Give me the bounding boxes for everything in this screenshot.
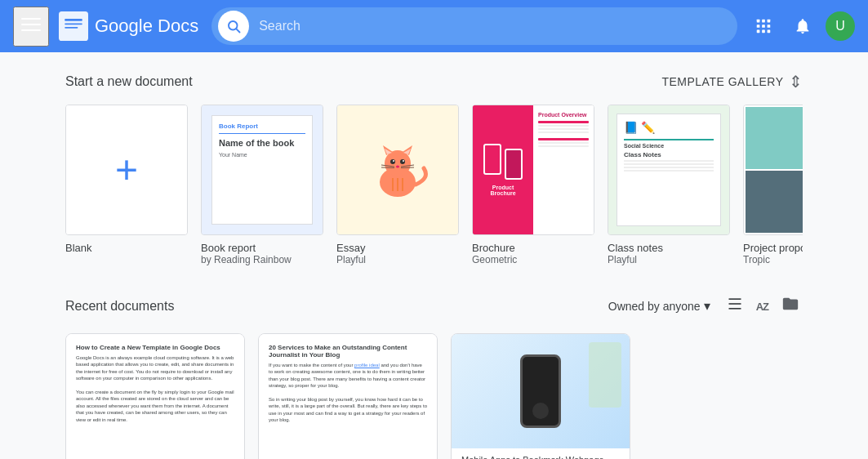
template-label-brochure: Brochure: [472, 242, 594, 254]
doc-preview-0: How to Create a New Template in Google D…: [66, 334, 244, 448]
template-card-book-report[interactable]: Book Report Name of the book Your Name B…: [201, 105, 323, 265]
apps-button[interactable]: [747, 10, 780, 42]
expand-icon: ⇕: [789, 72, 803, 91]
svg-rect-14: [768, 25, 771, 28]
template-thumbnail-essay: [336, 105, 459, 235]
svg-point-25: [400, 159, 405, 164]
plus-icon: +: [115, 150, 138, 189]
menu-button[interactable]: [13, 7, 49, 47]
svg-point-24: [390, 159, 395, 164]
svg-rect-3: [59, 11, 88, 41]
sort-button[interactable]: AZ: [753, 292, 772, 320]
svg-rect-9: [757, 20, 760, 23]
svg-rect-5: [65, 23, 82, 25]
svg-rect-2: [21, 29, 41, 31]
app-header: Google Docs: [0, 0, 868, 52]
doc-preview-1: 20 Services to Make an Outstanding Conte…: [259, 334, 437, 448]
background-person: [589, 342, 621, 408]
svg-rect-10: [762, 20, 765, 23]
search-input[interactable]: [249, 19, 731, 33]
app-logo: Google Docs: [59, 11, 198, 41]
svg-line-8: [237, 29, 240, 32]
notes-pencil-icon: ✏️: [641, 121, 655, 134]
doc-preview-text-0: Google Docs is an always example cloud c…: [76, 354, 234, 423]
template-thumbnail-brochure: Product Brochure Product Overview: [472, 105, 594, 235]
template-sublabel-project-proposal: Tropic: [743, 254, 803, 265]
doc-preview-2: [452, 334, 630, 448]
recent-documents-header: Recent documents Owned by anyone ▾: [65, 292, 803, 320]
template-card-class-notes[interactable]: 📘 ✏️ Social Science Class Notes Class no…: [608, 105, 730, 265]
brochure-inner: Product Brochure Product Overview: [473, 105, 594, 234]
notes-subtitle: Social Science: [624, 143, 714, 149]
svg-point-26: [393, 160, 394, 162]
svg-point-27: [403, 160, 404, 162]
template-sublabel-class-notes: Playful: [608, 254, 730, 265]
proposal-thumb: Project Name: [744, 105, 803, 234]
notes-inner: 📘 ✏️ Social Science Class Notes: [617, 114, 721, 226]
doc-title-2: Mobile Apps to Bookmark Webpage and Read…: [461, 455, 620, 459]
svg-rect-6: [65, 27, 78, 29]
svg-rect-4: [65, 19, 82, 21]
template-card-project-proposal[interactable]: Project Name Project proposal Tropic: [743, 105, 803, 265]
notes-title-line: Class Notes: [624, 151, 714, 158]
proposal-q1: [746, 107, 803, 169]
svg-rect-11: [768, 20, 771, 23]
book-report-thumb: Book Report Name of the book Your Name: [202, 105, 323, 234]
doc-preview-image-2: [452, 334, 630, 448]
template-gallery-label: TEMPLATE GALLERY: [661, 75, 783, 88]
template-card-blank[interactable]: + Blank: [65, 105, 188, 265]
brochure-right: Product Overview: [533, 105, 594, 234]
svg-rect-15: [757, 30, 760, 33]
svg-rect-17: [768, 30, 771, 33]
svg-rect-38: [728, 308, 741, 310]
doc-preview-title-0: How to Create a New Template in Google D…: [76, 344, 234, 351]
templates-section-title: Start a new document: [65, 74, 193, 89]
svg-line-32: [401, 167, 414, 168]
svg-point-28: [396, 166, 399, 168]
notes-book-icon: 📘: [624, 121, 638, 134]
template-label-project-proposal: Project proposal: [743, 242, 803, 254]
owned-by-label: Owned by anyone: [608, 300, 701, 313]
doc-preview-text-1: If you want to make the content of your …: [269, 362, 427, 424]
doc-preview-title-1: 20 Services to Make an Outstanding Conte…: [269, 344, 427, 359]
template-label-blank: Blank: [65, 242, 188, 254]
proposal-q3: [746, 171, 803, 233]
template-sublabel-brochure: Geometric: [472, 254, 594, 265]
recent-controls: Owned by anyone ▾ AZ: [608, 292, 803, 320]
doc-card-1[interactable]: 20 Services to Make an Outstanding Conte…: [258, 333, 438, 459]
template-thumbnail-book-report: Book Report Name of the book Your Name: [201, 105, 323, 235]
doc-card-info-2: Mobile Apps to Bookmark Webpage and Read…: [452, 448, 630, 459]
avatar[interactable]: U: [826, 11, 855, 41]
template-label-book-report: Book report: [201, 242, 323, 254]
owned-by-button[interactable]: Owned by anyone ▾: [608, 298, 710, 314]
essay-cat-illustration: [365, 137, 430, 203]
svg-rect-1: [21, 24, 41, 25]
notifications-button[interactable]: [786, 10, 819, 42]
owned-by-chevron-icon: ▾: [704, 298, 710, 314]
blank-thumb: +: [66, 105, 187, 234]
recent-documents-title: Recent documents: [65, 299, 174, 314]
template-gallery-button[interactable]: TEMPLATE GALLERY ⇕: [661, 72, 803, 91]
svg-line-30: [381, 167, 394, 168]
book-report-divider: [219, 133, 305, 134]
brochure-left: Product Brochure: [473, 105, 533, 234]
book-report-sub: Your Name: [219, 152, 305, 158]
search-button[interactable]: [218, 11, 249, 42]
svg-rect-0: [21, 18, 41, 20]
templates-section-header: Start a new document TEMPLATE GALLERY ⇕: [65, 72, 803, 91]
brochure-subtitle: Product Overview: [538, 112, 589, 118]
doc-card-0[interactable]: How to Create a New Template in Google D…: [65, 333, 245, 459]
doc-card-2[interactable]: Mobile Apps to Bookmark Webpage and Read…: [451, 333, 630, 459]
book-report-title-line: Book Report: [219, 123, 305, 130]
template-card-brochure[interactable]: Product Brochure Product Overview: [472, 105, 594, 265]
svg-point-19: [385, 150, 411, 176]
notes-thumb: 📘 ✏️ Social Science Class Notes: [608, 105, 729, 234]
open-folder-button[interactable]: [778, 292, 803, 320]
list-view-button[interactable]: [723, 292, 746, 320]
svg-rect-36: [728, 298, 741, 300]
template-card-essay[interactable]: Essay Playful: [336, 105, 459, 265]
docs-logo-icon: [59, 11, 88, 41]
sort-az-icon: AZ: [756, 301, 768, 313]
template-sublabel-book-report: by Reading Rainbow: [201, 254, 323, 265]
recent-docs-grid: How to Create a New Template in Google D…: [65, 333, 803, 459]
